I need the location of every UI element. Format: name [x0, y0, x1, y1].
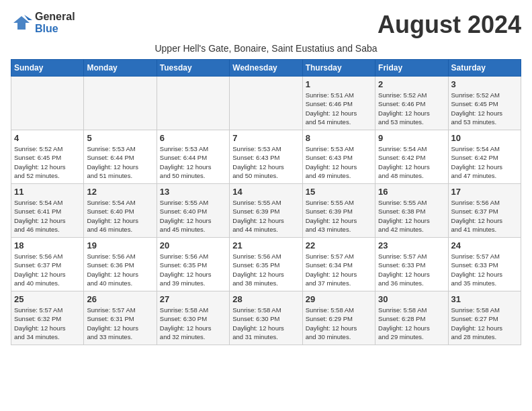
calendar-cell — [230, 77, 302, 130]
day-info: Sunrise: 5:57 AM Sunset: 6:31 PM Dayligh… — [87, 306, 153, 341]
calendar-cell: 4Sunrise: 5:52 AM Sunset: 6:45 PM Daylig… — [11, 130, 84, 184]
day-info: Sunrise: 5:57 AM Sunset: 6:32 PM Dayligh… — [14, 306, 81, 341]
day-number: 6 — [160, 133, 226, 143]
day-number: 23 — [378, 240, 445, 250]
day-info: Sunrise: 5:53 AM Sunset: 6:44 PM Dayligh… — [87, 144, 153, 180]
svg-marker-1 — [24, 15, 32, 20]
day-info: Sunrise: 5:54 AM Sunset: 6:41 PM Dayligh… — [14, 198, 81, 234]
weekday-header: Sunday — [11, 60, 84, 77]
day-number: 4 — [14, 133, 81, 143]
logo: General Blue — [11, 11, 75, 34]
day-info: Sunrise: 5:58 AM Sunset: 6:27 PM Dayligh… — [451, 306, 518, 341]
calendar-cell: 25Sunrise: 5:57 AM Sunset: 6:32 PM Dayli… — [11, 291, 84, 345]
day-info: Sunrise: 5:57 AM Sunset: 6:33 PM Dayligh… — [378, 252, 445, 287]
calendar-cell: 14Sunrise: 5:55 AM Sunset: 6:39 PM Dayli… — [230, 184, 302, 238]
day-number: 10 — [451, 133, 518, 143]
calendar-cell: 23Sunrise: 5:57 AM Sunset: 6:33 PM Dayli… — [375, 238, 448, 291]
day-info: Sunrise: 5:54 AM Sunset: 6:42 PM Dayligh… — [451, 144, 518, 180]
calendar-cell — [11, 77, 84, 130]
calendar-cell: 13Sunrise: 5:55 AM Sunset: 6:40 PM Dayli… — [157, 184, 229, 238]
day-number: 2 — [378, 79, 445, 89]
day-number: 12 — [87, 187, 153, 197]
day-number: 14 — [232, 187, 299, 197]
logo-text: General Blue — [35, 11, 75, 34]
month-title: August 2024 — [378, 11, 521, 39]
calendar-cell: 19Sunrise: 5:56 AM Sunset: 6:36 PM Dayli… — [84, 238, 157, 291]
calendar-cell — [157, 77, 229, 130]
day-number: 17 — [451, 187, 518, 197]
day-number: 11 — [14, 187, 81, 197]
day-number: 7 — [232, 133, 299, 143]
calendar-cell: 28Sunrise: 5:58 AM Sunset: 6:30 PM Dayli… — [230, 291, 302, 345]
calendar-cell: 22Sunrise: 5:57 AM Sunset: 6:34 PM Dayli… — [302, 238, 375, 291]
calendar-cell: 24Sunrise: 5:57 AM Sunset: 6:33 PM Dayli… — [448, 238, 521, 291]
day-number: 5 — [87, 133, 153, 143]
day-number: 24 — [451, 240, 518, 250]
weekday-header: Wednesday — [230, 60, 302, 77]
day-number: 30 — [378, 294, 445, 304]
calendar-cell: 11Sunrise: 5:54 AM Sunset: 6:41 PM Dayli… — [11, 184, 84, 238]
calendar-cell: 2Sunrise: 5:52 AM Sunset: 6:46 PM Daylig… — [375, 77, 448, 130]
calendar-cell: 30Sunrise: 5:58 AM Sunset: 6:28 PM Dayli… — [375, 291, 448, 345]
day-info: Sunrise: 5:55 AM Sunset: 6:39 PM Dayligh… — [232, 198, 299, 234]
day-info: Sunrise: 5:55 AM Sunset: 6:38 PM Dayligh… — [378, 198, 445, 234]
weekday-header: Friday — [375, 60, 448, 77]
day-number: 18 — [14, 240, 81, 250]
weekday-header: Thursday — [302, 60, 375, 77]
weekday-header: Tuesday — [157, 60, 229, 77]
calendar-cell — [84, 77, 157, 130]
day-info: Sunrise: 5:56 AM Sunset: 6:37 PM Dayligh… — [451, 198, 518, 234]
weekday-header: Monday — [84, 60, 157, 77]
calendar-cell: 9Sunrise: 5:54 AM Sunset: 6:42 PM Daylig… — [375, 130, 448, 184]
day-info: Sunrise: 5:58 AM Sunset: 6:30 PM Dayligh… — [232, 306, 299, 341]
day-info: Sunrise: 5:55 AM Sunset: 6:40 PM Dayligh… — [160, 198, 226, 234]
calendar-cell: 7Sunrise: 5:53 AM Sunset: 6:43 PM Daylig… — [230, 130, 302, 184]
calendar-cell: 16Sunrise: 5:55 AM Sunset: 6:38 PM Dayli… — [375, 184, 448, 238]
day-info: Sunrise: 5:56 AM Sunset: 6:36 PM Dayligh… — [87, 252, 153, 287]
day-info: Sunrise: 5:55 AM Sunset: 6:39 PM Dayligh… — [306, 198, 372, 234]
day-number: 28 — [232, 294, 299, 304]
page-header: General Blue August 2024 — [11, 11, 521, 39]
subtitle: Upper Hell's Gate, Bonaire, Saint Eustat… — [11, 43, 521, 54]
day-number: 22 — [306, 240, 372, 250]
day-info: Sunrise: 5:57 AM Sunset: 6:33 PM Dayligh… — [451, 252, 518, 287]
day-number: 20 — [160, 240, 226, 250]
day-info: Sunrise: 5:58 AM Sunset: 6:30 PM Dayligh… — [160, 306, 226, 341]
day-number: 3 — [451, 79, 518, 89]
day-info: Sunrise: 5:53 AM Sunset: 6:43 PM Dayligh… — [306, 144, 372, 180]
calendar-cell: 29Sunrise: 5:58 AM Sunset: 6:29 PM Dayli… — [302, 291, 375, 345]
day-number: 9 — [378, 133, 445, 143]
calendar-cell: 31Sunrise: 5:58 AM Sunset: 6:27 PM Dayli… — [448, 291, 521, 345]
day-info: Sunrise: 5:56 AM Sunset: 6:35 PM Dayligh… — [160, 252, 226, 287]
day-number: 1 — [306, 79, 372, 89]
day-number: 27 — [160, 294, 226, 304]
calendar-cell: 1Sunrise: 5:51 AM Sunset: 6:46 PM Daylig… — [302, 77, 375, 130]
day-number: 21 — [232, 240, 299, 250]
logo-icon — [11, 13, 32, 32]
day-info: Sunrise: 5:53 AM Sunset: 6:43 PM Dayligh… — [232, 144, 299, 180]
calendar-cell: 3Sunrise: 5:52 AM Sunset: 6:45 PM Daylig… — [448, 77, 521, 130]
day-info: Sunrise: 5:57 AM Sunset: 6:34 PM Dayligh… — [306, 252, 372, 287]
day-info: Sunrise: 5:52 AM Sunset: 6:45 PM Dayligh… — [14, 144, 81, 180]
day-info: Sunrise: 5:54 AM Sunset: 6:42 PM Dayligh… — [378, 144, 445, 180]
calendar-cell: 6Sunrise: 5:53 AM Sunset: 6:44 PM Daylig… — [157, 130, 229, 184]
calendar-table: SundayMondayTuesdayWednesdayThursdayFrid… — [11, 59, 521, 345]
calendar-cell: 10Sunrise: 5:54 AM Sunset: 6:42 PM Dayli… — [448, 130, 521, 184]
calendar-cell: 21Sunrise: 5:56 AM Sunset: 6:35 PM Dayli… — [230, 238, 302, 291]
calendar-cell: 26Sunrise: 5:57 AM Sunset: 6:31 PM Dayli… — [84, 291, 157, 345]
day-number: 15 — [306, 187, 372, 197]
day-info: Sunrise: 5:51 AM Sunset: 6:46 PM Dayligh… — [306, 91, 372, 126]
day-info: Sunrise: 5:52 AM Sunset: 6:46 PM Dayligh… — [378, 91, 445, 126]
calendar-cell: 20Sunrise: 5:56 AM Sunset: 6:35 PM Dayli… — [157, 238, 229, 291]
calendar-cell: 8Sunrise: 5:53 AM Sunset: 6:43 PM Daylig… — [302, 130, 375, 184]
day-info: Sunrise: 5:52 AM Sunset: 6:45 PM Dayligh… — [451, 91, 518, 126]
day-number: 16 — [378, 187, 445, 197]
day-info: Sunrise: 5:54 AM Sunset: 6:40 PM Dayligh… — [87, 198, 153, 234]
day-number: 31 — [451, 294, 518, 304]
day-number: 29 — [306, 294, 372, 304]
day-number: 25 — [14, 294, 81, 304]
day-info: Sunrise: 5:53 AM Sunset: 6:44 PM Dayligh… — [160, 144, 226, 180]
calendar-cell: 27Sunrise: 5:58 AM Sunset: 6:30 PM Dayli… — [157, 291, 229, 345]
weekday-header: Saturday — [448, 60, 521, 77]
calendar-cell: 15Sunrise: 5:55 AM Sunset: 6:39 PM Dayli… — [302, 184, 375, 238]
